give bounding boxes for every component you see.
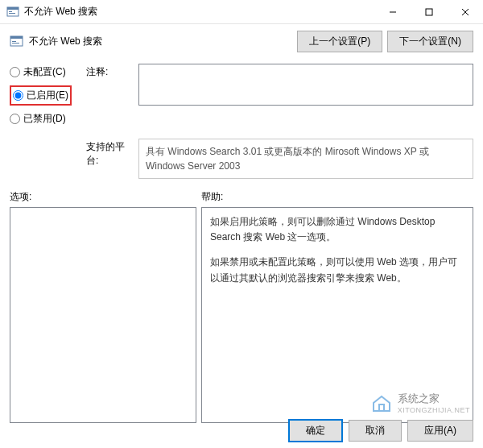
- next-setting-button[interactable]: 下一个设置(N): [387, 31, 473, 52]
- svg-rect-9: [10, 36, 23, 39]
- svg-rect-5: [426, 9, 432, 15]
- radio-not-configured-label: 未配置(C): [23, 65, 66, 79]
- help-panel: 如果启用此策略，则可以删除通过 Windows Desktop Search 搜…: [201, 207, 473, 423]
- state-radio-group: 未配置(C) 已启用(E) 已禁用(D): [10, 64, 86, 132]
- close-button[interactable]: [447, 0, 483, 24]
- titlebar: 不允许 Web 搜索: [0, 0, 483, 24]
- watermark-name: 系统之家: [398, 392, 470, 406]
- svg-rect-12: [379, 404, 384, 411]
- maximize-button[interactable]: [411, 0, 447, 24]
- platform-label: 支持的平台:: [86, 139, 138, 168]
- radio-disabled-label: 已禁用(D): [23, 112, 66, 126]
- svg-rect-11: [12, 43, 19, 44]
- policy-icon: [10, 35, 24, 49]
- radio-not-configured-input[interactable]: [10, 67, 20, 77]
- ok-button[interactable]: 确定: [289, 420, 342, 442]
- window-title: 不允许 Web 搜索: [24, 5, 374, 19]
- radio-enabled-label: 已启用(E): [27, 89, 68, 102]
- radio-disabled[interactable]: 已禁用(D): [10, 112, 86, 126]
- help-label: 帮助:: [201, 190, 223, 204]
- watermark-url: XITONGZHIJIA.NET: [398, 406, 470, 414]
- help-paragraph-2: 如果禁用或未配置此策略，则可以使用 Web 选项，用户可以通过其默认的浏览器搜索…: [210, 255, 464, 285]
- apply-button[interactable]: 应用(A): [407, 420, 473, 442]
- svg-rect-2: [9, 11, 12, 12]
- cancel-button[interactable]: 取消: [349, 420, 402, 442]
- options-label: 选项:: [10, 190, 201, 204]
- radio-enabled[interactable]: 已启用(E): [13, 89, 68, 102]
- app-icon: [6, 6, 19, 19]
- watermark: 系统之家 XITONGZHIJIA.NET: [370, 392, 470, 414]
- enabled-highlight: 已启用(E): [10, 85, 72, 106]
- comment-textbox[interactable]: [138, 64, 473, 106]
- svg-rect-3: [9, 13, 15, 14]
- radio-disabled-input[interactable]: [10, 114, 20, 124]
- watermark-icon: [370, 392, 393, 414]
- radio-enabled-input[interactable]: [13, 90, 23, 101]
- prev-setting-button[interactable]: 上一个设置(P): [297, 31, 382, 52]
- policy-header: 不允许 Web 搜索 上一个设置(P) 下一个设置(N): [10, 31, 473, 52]
- policy-title: 不允许 Web 搜索: [29, 35, 292, 48]
- svg-rect-1: [7, 7, 19, 10]
- radio-not-configured[interactable]: 未配置(C): [10, 65, 86, 79]
- minimize-button[interactable]: [374, 0, 411, 24]
- svg-rect-10: [12, 41, 16, 42]
- comment-label: 注释:: [86, 64, 138, 79]
- platform-text: 具有 Windows Search 3.01 或更高版本的 Mirosoft W…: [138, 139, 473, 179]
- help-paragraph-1: 如果启用此策略，则可以删除通过 Windows Desktop Search 搜…: [210, 214, 464, 245]
- footer-buttons: 确定 取消 应用(A): [286, 420, 473, 442]
- options-panel: [10, 207, 196, 423]
